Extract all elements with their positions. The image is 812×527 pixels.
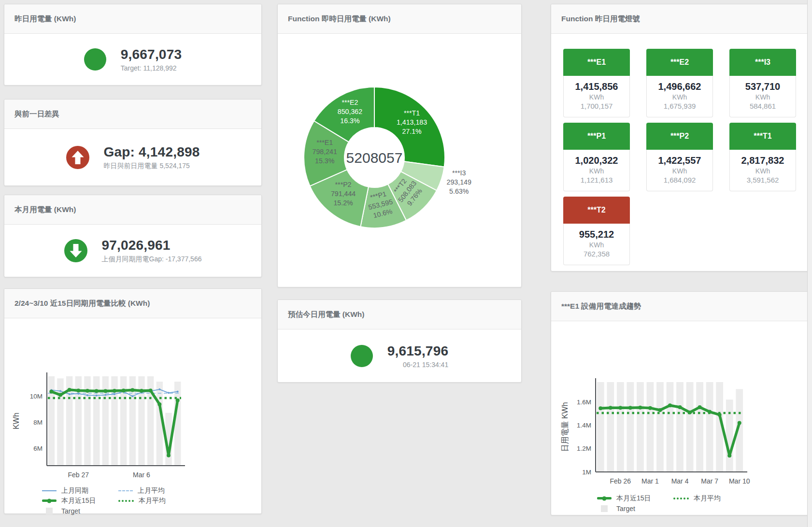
target-bar — [667, 382, 674, 472]
stat-value: Gap: 4,142,898 — [104, 144, 200, 160]
panel-15day-comparison: 2/24~3/10 近15日同期用電量比較 (KWh) 6M8M10MFeb 2… — [4, 288, 262, 514]
data-point — [638, 406, 642, 410]
data-point — [149, 388, 153, 392]
tile-unit: KWh — [647, 167, 712, 175]
legend-swatch — [42, 490, 57, 491]
legend-item[interactable]: 本月近15日 — [597, 494, 673, 503]
target-bar — [647, 382, 654, 472]
data-point — [131, 395, 133, 397]
target-bar — [607, 382, 614, 472]
light-tile-T2: ***T2955,212KWh762,358 — [563, 197, 630, 265]
x-axis-tick: Feb 26 — [610, 477, 631, 485]
tile-target: 1,121,613 — [564, 176, 629, 184]
x-axis-tick: Mar 10 — [729, 477, 750, 485]
light-tile-T1: ***T12,817,832KWh3,591,562 — [729, 123, 796, 191]
light-tile-E1: ***E11,415,856KWh1,700,157 — [563, 49, 630, 117]
y-axis-tick: 6M — [33, 445, 43, 452]
legend-item-target[interactable]: Target — [42, 507, 118, 515]
legend-swatch-target — [601, 505, 608, 512]
data-point — [668, 403, 672, 407]
legend-item[interactable]: 上月同期 — [42, 486, 118, 495]
data-point — [113, 389, 116, 393]
legend-label: Target — [61, 507, 80, 515]
data-point — [69, 393, 71, 395]
data-point — [609, 406, 613, 410]
tile-target: 1,684,092 — [647, 176, 712, 184]
legend-item[interactable]: 本月平均 — [673, 494, 750, 503]
panel-status-lights: Function 昨日用電燈號 ***E11,415,856KWh1,700,1… — [551, 4, 811, 271]
target-bar — [597, 382, 604, 472]
tile-value: 1,422,557 — [647, 155, 712, 166]
target-bar — [706, 382, 713, 472]
legend-label: 本月近15日 — [61, 497, 96, 505]
data-point — [688, 411, 692, 414]
tile-status-header: ***P1 — [563, 123, 630, 150]
tile-value: 1,415,856 — [564, 81, 629, 92]
data-point — [122, 388, 126, 392]
status-circle-icon — [84, 48, 106, 71]
legend-item-target[interactable]: Target — [597, 505, 673, 513]
data-point — [49, 390, 53, 394]
legend-item[interactable]: 上月平均 — [118, 486, 195, 495]
tile-unit: KWh — [730, 167, 796, 175]
tile-value: 2,817,832 — [730, 155, 796, 166]
y-axis-tick: 10M — [30, 393, 43, 400]
data-point — [86, 394, 88, 396]
stat-value: 9,615,796 — [387, 343, 448, 359]
legend-swatch — [673, 498, 689, 499]
x-axis-tick: Mar 4 — [671, 477, 689, 485]
legend-label: 本月平均 — [694, 494, 721, 503]
panel-title: Function 即時日用電量 (KWh) — [278, 4, 521, 34]
legend-label: 本月平均 — [139, 497, 166, 505]
daily-usage-donut-chart[interactable]: ***T11,413,18327.1%***I3293,1495.63%***T… — [278, 34, 521, 285]
data-point — [618, 406, 622, 410]
legend-item[interactable]: 本月近15日 — [42, 497, 118, 505]
x-axis-tick: Mar 6 — [133, 471, 150, 479]
tile-unit: KWh — [564, 241, 629, 249]
legend-item[interactable]: 本月平均 — [118, 497, 195, 505]
data-point — [104, 394, 106, 396]
comparison-line-chart[interactable]: 6M8M10MFeb 27Mar 6KWh — [4, 318, 256, 483]
panel-title: Function 昨日用電燈號 — [551, 4, 810, 34]
panel-realtime-pie: Function 即時日用電量 (KWh) ***T11,413,18327.1… — [277, 4, 522, 287]
panel-diff-prev-day: 與前一日差異 Gap: 4,142,898 昨日與前日用電量 5,524,175 — [4, 99, 262, 186]
e1-trend-line-chart[interactable]: 1M1.2M1.4M1.6MFeb 26Mar 1Mar 4Mar 7Mar 1… — [551, 321, 807, 490]
tile-value: 1,496,662 — [647, 81, 712, 92]
data-point — [158, 388, 160, 390]
legend-label: 本月近15日 — [616, 494, 651, 503]
legend-swatch — [118, 490, 133, 491]
data-point — [738, 421, 741, 425]
panel-e1-trend: ***E1 設備用電達成趨勢 1M1.2M1.4M1.6MFeb 26Mar 1… — [551, 291, 811, 515]
panel-yesterday-usage: 昨日用電量 (KWh) 9,667,073 Target: 11,128,992 — [4, 4, 262, 85]
tile-target: 762,358 — [564, 250, 629, 258]
target-bar — [617, 382, 624, 472]
tile-target: 1,675,939 — [647, 102, 712, 110]
tile-unit: KWh — [647, 93, 712, 101]
panel-title: 預估今日用電量 (KWh) — [278, 300, 521, 329]
panel-today-estimate: 預估今日用電量 (KWh) 9,615,796 06-21 15:34:41 — [277, 299, 522, 383]
tile-status-header: ***T1 — [729, 123, 796, 150]
data-point — [167, 454, 171, 457]
tile-status-header: ***E2 — [646, 49, 713, 76]
data-point — [140, 389, 143, 393]
tile-unit: KWh — [564, 167, 629, 175]
tile-target: 1,700,157 — [564, 102, 629, 110]
data-point — [130, 388, 134, 392]
stat-value: 97,026,961 — [102, 238, 202, 253]
pie-slice-label: ***I3293,1495.63% — [447, 169, 471, 195]
stat-subtitle: 昨日與前日用電量 5,524,175 — [104, 162, 200, 171]
scrollbar[interactable] — [807, 0, 812, 527]
tile-target: 3,591,562 — [730, 176, 796, 184]
pie-center-total: 5208057 — [346, 150, 403, 166]
data-point — [628, 406, 632, 410]
legend-swatch — [42, 499, 57, 502]
data-point — [598, 406, 602, 410]
data-point — [176, 399, 180, 402]
tile-status-header: ***E1 — [563, 49, 630, 76]
data-point — [59, 390, 61, 392]
status-tiles-grid: ***E11,415,856KWh1,700,157***E21,496,662… — [551, 34, 810, 265]
target-bar — [174, 382, 181, 466]
panel-title: 2/24~3/10 近15日同期用電量比較 (KWh) — [4, 289, 261, 318]
panel-title: 本月用電量 (KWh) — [4, 195, 261, 225]
target-bar — [686, 382, 694, 472]
